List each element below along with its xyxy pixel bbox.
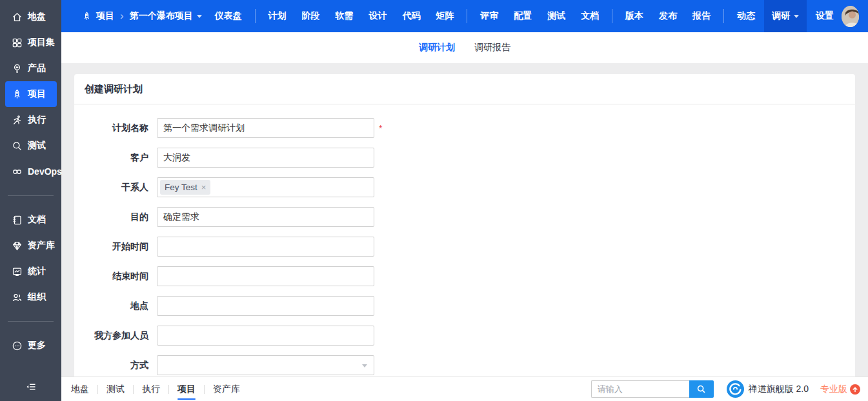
bottom-tab-dashboard[interactable]: 地盘 xyxy=(63,377,97,401)
sidebar-item-label: 执行 xyxy=(28,114,46,126)
top-menu-dashboard[interactable]: 仪表盘 xyxy=(215,0,242,32)
breadcrumb[interactable]: 项目 › 第一个瀑布项目 xyxy=(82,10,202,23)
search-button[interactable] xyxy=(689,380,714,398)
runner-icon xyxy=(12,115,23,126)
sidebar-item-qa[interactable]: 测试 xyxy=(5,133,57,159)
method-select[interactable] xyxy=(157,355,374,375)
top-menu-code[interactable]: 代码 xyxy=(402,0,420,32)
top-menu-stage[interactable]: 阶段 xyxy=(301,0,319,32)
sidebar-item-product[interactable]: 产品 xyxy=(5,55,57,81)
field-label: 计划名称 xyxy=(85,122,148,134)
form-row-purpose: 目的 xyxy=(85,207,845,227)
sidebar-item-devops[interactable]: DevOps xyxy=(5,159,57,184)
sidebar-item-label: 更多 xyxy=(28,340,46,351)
participants-input[interactable] xyxy=(157,326,374,346)
top-menu-dynamic[interactable]: 动态 xyxy=(737,0,755,32)
menu-divider xyxy=(612,9,612,23)
end-date-input[interactable] xyxy=(157,266,374,286)
sidebar-item-doc[interactable]: 文档 xyxy=(5,207,57,233)
menu-divider xyxy=(723,9,724,23)
open-app-tabs: 地盘 测试 执行 项目 资产库 xyxy=(63,377,248,401)
chevron-down-icon xyxy=(197,15,202,18)
global-search xyxy=(591,380,714,398)
stakeholder-tag-label: Fey Test xyxy=(165,182,197,192)
breadcrumb-project-switcher[interactable]: 第一个瀑布项目 xyxy=(130,10,193,22)
avatar-photo xyxy=(842,6,859,27)
sidebar-item-program[interactable]: 项目集 xyxy=(5,30,57,55)
sidebar-item-stats[interactable]: 统计 xyxy=(5,259,57,284)
sidebar-item-execution[interactable]: 执行 xyxy=(5,107,57,133)
search-input[interactable] xyxy=(591,380,689,398)
top-menu-settings[interactable]: 设置 xyxy=(816,0,834,32)
tab-research-report[interactable]: 调研报告 xyxy=(474,42,510,54)
bottom-tab-project[interactable]: 项目 xyxy=(169,377,204,401)
top-menu-config[interactable]: 配置 xyxy=(514,0,532,32)
purpose-input[interactable] xyxy=(157,207,374,227)
location-input[interactable] xyxy=(157,296,374,316)
start-date-input[interactable] xyxy=(157,237,374,257)
top-menu-release[interactable]: 发布 xyxy=(659,0,677,32)
top-menu-softreq[interactable]: 软需 xyxy=(335,0,353,32)
sidebar-secondary-list: 文档 资产库 统计 组织 xyxy=(0,207,61,310)
top-menu-research-label: 调研 xyxy=(772,10,790,22)
search-icon xyxy=(696,384,706,394)
top-menu-test[interactable]: 测试 xyxy=(547,0,565,32)
top-navbar: 项目 › 第一个瀑布项目 仪表盘 计划 阶段 软需 设计 代码 矩阵 评审 配置… xyxy=(61,0,868,32)
sidebar-divider xyxy=(8,321,54,322)
sidebar-item-label: 资产库 xyxy=(28,240,55,251)
form-row-start-date: 开始时间 xyxy=(85,237,845,257)
sidebar-item-label: 测试 xyxy=(28,140,46,152)
zentao-logo-icon xyxy=(727,380,744,398)
field-label: 目的 xyxy=(85,211,148,223)
sidebar-item-dashboard[interactable]: 地盘 xyxy=(5,4,57,30)
card-header: 创建调研计划 xyxy=(74,74,855,104)
tab-research-plan[interactable]: 调研计划 xyxy=(419,42,455,54)
chevron-down-icon xyxy=(362,364,367,367)
rocket-icon xyxy=(12,89,23,100)
sidebar-item-label: 项目集 xyxy=(28,37,55,48)
sidebar-item-assetlib[interactable]: 资产库 xyxy=(5,233,57,259)
top-menu-doc[interactable]: 文档 xyxy=(581,0,599,32)
notebook-icon xyxy=(12,215,23,226)
main-content: 创建调研计划 计划名称 * 客户 干系人 Fey Test × xyxy=(61,63,868,377)
bottom-tab-qa[interactable]: 测试 xyxy=(98,377,133,401)
customer-input[interactable] xyxy=(157,148,374,168)
top-menu-research[interactable]: 调研 xyxy=(764,0,807,32)
sidebar-item-org[interactable]: 组织 xyxy=(5,284,57,310)
brand-label: 禅道旗舰版 2.0 xyxy=(749,384,809,395)
chevron-down-icon xyxy=(794,15,799,18)
bottom-tab-execution[interactable]: 执行 xyxy=(134,377,168,401)
sidebar-item-more[interactable]: 更多 xyxy=(5,333,57,358)
page-title: 创建调研计划 xyxy=(85,83,143,95)
sidebar-item-project[interactable]: 项目 xyxy=(5,81,57,107)
menu-divider xyxy=(255,9,256,23)
top-menu-matrix[interactable]: 矩阵 xyxy=(436,0,454,32)
top-menu-report[interactable]: 报告 xyxy=(692,0,711,32)
collapse-menu-icon[interactable] xyxy=(25,381,37,393)
zentao-brand[interactable]: 禅道旗舰版 2.0 xyxy=(727,380,809,398)
stakeholder-multiselect[interactable]: Fey Test × xyxy=(157,177,374,197)
remove-tag-icon[interactable]: × xyxy=(201,182,207,192)
sidebar-main-list: 地盘 项目集 产品 项目 执行 测试 DevOps xyxy=(0,0,61,184)
sidebar-item-label: 项目 xyxy=(28,88,46,100)
form-row-stakeholder: 干系人 Fey Test × xyxy=(85,177,845,197)
plan-name-input[interactable] xyxy=(157,118,374,138)
sidebar: 地盘 项目集 产品 项目 执行 测试 DevOps 文档 xyxy=(0,0,61,401)
field-label: 地点 xyxy=(85,300,148,312)
edition-label: 专业版 xyxy=(820,384,847,395)
top-menu-plan[interactable]: 计划 xyxy=(268,0,286,32)
form-row-end-date: 结束时间 xyxy=(85,266,845,286)
people-icon xyxy=(12,292,23,303)
magnifier-icon xyxy=(12,141,23,152)
edition-link[interactable]: 专业版 xyxy=(820,384,860,395)
top-menu-design[interactable]: 设计 xyxy=(368,0,387,32)
rocket-icon xyxy=(82,12,92,21)
sidebar-item-label: DevOps xyxy=(28,166,62,177)
top-menu-review[interactable]: 评审 xyxy=(480,0,498,32)
top-menu-build[interactable]: 版本 xyxy=(625,0,643,32)
grid-icon xyxy=(12,37,23,48)
bottom-tab-assetlib[interactable]: 资产库 xyxy=(205,377,248,401)
breadcrumb-app[interactable]: 项目 xyxy=(96,10,114,22)
infinity-icon xyxy=(12,166,23,177)
user-avatar[interactable] xyxy=(842,6,859,27)
